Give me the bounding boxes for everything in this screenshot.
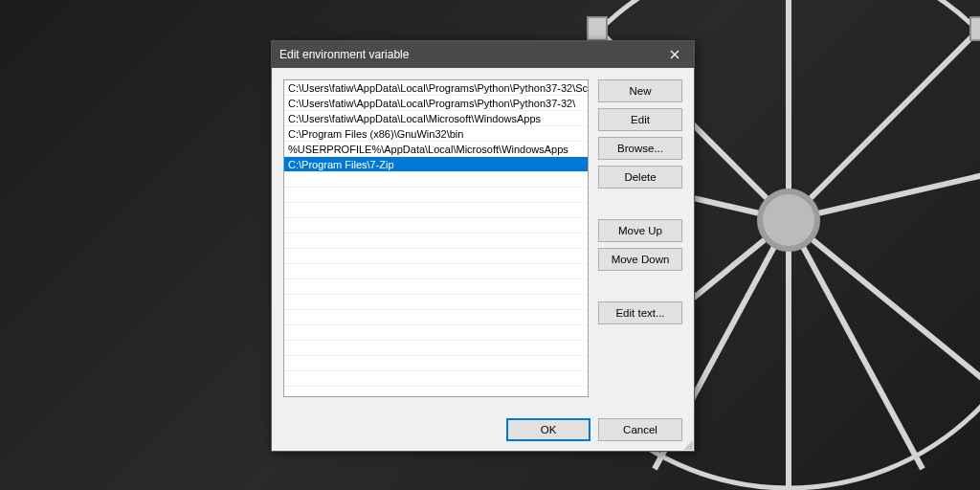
edit-button[interactable]: Edit bbox=[598, 108, 682, 131]
move-up-button[interactable]: Move Up bbox=[598, 219, 682, 242]
list-item-empty[interactable] bbox=[284, 295, 588, 310]
browse-button[interactable]: Browse... bbox=[598, 137, 682, 160]
svg-rect-13 bbox=[970, 17, 980, 40]
button-column: New Edit Browse... Delete Move Up Move D… bbox=[598, 79, 682, 397]
list-item-empty[interactable] bbox=[284, 310, 588, 325]
svg-point-11 bbox=[760, 191, 817, 249]
list-item[interactable]: %USERPROFILE%\AppData\Local\Microsoft\Wi… bbox=[284, 142, 588, 157]
list-item[interactable]: C:\Users\fatiw\AppData\Local\Programs\Py… bbox=[284, 96, 588, 111]
svg-line-9 bbox=[789, 220, 923, 469]
dialog-title: Edit environment variable bbox=[279, 48, 409, 61]
move-down-button[interactable]: Move Down bbox=[598, 248, 682, 271]
list-item[interactable]: C:\Program Files (x86)\GnuWin32\bin bbox=[284, 126, 588, 142]
list-item-empty[interactable] bbox=[284, 172, 588, 188]
svg-line-6 bbox=[789, 220, 980, 392]
new-button[interactable]: New bbox=[598, 79, 682, 102]
spacer bbox=[598, 277, 682, 296]
delete-button[interactable]: Delete bbox=[598, 166, 682, 189]
path-listbox[interactable]: C:\Users\fatiw\AppData\Local\Programs\Py… bbox=[283, 79, 589, 397]
list-item-empty[interactable] bbox=[284, 371, 588, 387]
resize-grip[interactable] bbox=[681, 438, 693, 450]
titlebar[interactable]: Edit environment variable bbox=[272, 41, 694, 68]
list-item-empty[interactable] bbox=[284, 356, 588, 371]
list-item-empty[interactable] bbox=[284, 264, 588, 279]
list-item-empty[interactable] bbox=[284, 234, 588, 249]
list-item-empty[interactable] bbox=[284, 341, 588, 356]
dialog-body: C:\Users\fatiw\AppData\Local\Programs\Py… bbox=[272, 68, 694, 409]
ok-button[interactable]: OK bbox=[506, 418, 590, 441]
close-button[interactable] bbox=[663, 45, 686, 64]
svg-rect-12 bbox=[588, 17, 607, 40]
list-item-empty[interactable] bbox=[284, 203, 588, 218]
list-item-empty[interactable] bbox=[284, 325, 588, 341]
dialog-footer: OK Cancel bbox=[272, 409, 694, 451]
svg-line-2 bbox=[789, 29, 980, 220]
edit-env-var-dialog: Edit environment variable C:\Users\fatiw… bbox=[271, 40, 695, 452]
edit-text-button[interactable]: Edit text... bbox=[598, 301, 682, 324]
list-item[interactable]: C:\Program Files\7-Zip bbox=[284, 157, 588, 172]
list-item-empty[interactable] bbox=[284, 249, 588, 264]
spacer bbox=[598, 194, 682, 213]
cancel-button[interactable]: Cancel bbox=[598, 418, 682, 441]
list-item[interactable]: C:\Users\fatiw\AppData\Local\Microsoft\W… bbox=[284, 111, 588, 126]
list-item-empty[interactable] bbox=[284, 279, 588, 295]
list-item-empty[interactable] bbox=[284, 188, 588, 203]
list-item-empty[interactable] bbox=[284, 218, 588, 234]
list-item[interactable]: C:\Users\fatiw\AppData\Local\Programs\Py… bbox=[284, 80, 588, 96]
